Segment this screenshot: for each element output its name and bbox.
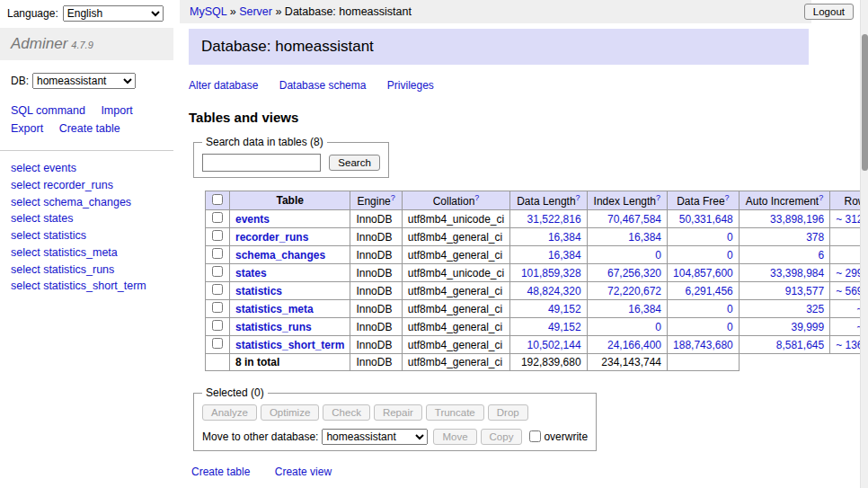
table-name-cell: statistics [230,282,350,300]
engine-cell: InnoDB [350,246,402,264]
scrollbar-thumb[interactable] [862,34,868,171]
data-free-cell: 6,291,456 [668,282,740,300]
app-version: 4.7.9 [71,40,93,50]
column-header-label: Auto Increment [746,195,819,208]
sidebar-op-export[interactable]: Export [11,122,43,135]
column-header-data-length: Data Length? [510,191,587,210]
column-help-link[interactable]: ? [391,193,395,202]
sidebar-link-select-events[interactable]: select events [11,160,163,177]
sidebar-op-import[interactable]: Import [101,104,132,117]
auto-increment-cell: 325 [739,300,829,318]
column-header-label: Engine [357,195,390,208]
row-checkbox-cell [206,264,230,282]
link-create-view[interactable]: Create view [275,466,332,478]
sidebar-op-sql-command[interactable]: SQL command [11,104,85,117]
row-checkbox[interactable] [212,266,223,277]
link-create-table[interactable]: Create table [191,466,250,478]
table-link-statistics-meta[interactable]: statistics_meta [235,303,314,315]
table-link-states[interactable]: states [235,267,267,279]
selected-legend: Selected (0) [202,386,268,399]
footer-data-free-cell [668,354,740,371]
table-link-events[interactable]: events [235,213,270,226]
table-link-statistics-runs[interactable]: statistics_runs [235,321,312,333]
copy-button[interactable]: Copy [481,429,523,445]
logout-button[interactable]: Logout [804,4,854,20]
table-link-schema-changes[interactable]: schema_changes [235,249,325,262]
data-length-cell: 49,152 [510,300,587,318]
sidebar-ops: SQL command Import Export Create table [0,94,173,151]
repair-button[interactable]: Repair [374,404,422,421]
adminer-page: Language:English MySQL » Server » Databa… [0,0,868,488]
collation-cell: utf8mb4_general_ci [402,318,509,336]
column-header-label: Table [276,194,303,207]
action-link-database-schema[interactable]: Database schema [279,79,367,92]
table-link-statistics-short-term[interactable]: statistics_short_term [235,339,344,351]
row-checkbox[interactable] [212,230,223,241]
row-checkbox[interactable] [212,248,223,259]
db-selector-row: DB:homeassistant [0,60,173,94]
sidebar-link-select-statistics[interactable]: select statistics [11,227,163,244]
header-checkbox-cell [206,191,230,210]
sidebar: Adminer4.7.9 DB:homeassistant SQL comman… [0,28,173,304]
row-checkbox-cell [206,246,230,264]
sidebar-op-create-table[interactable]: Create table [59,122,120,135]
optimize-button[interactable]: Optimize [261,404,319,421]
check-button[interactable]: Check [323,404,370,421]
row-checkbox[interactable] [212,338,223,349]
data-free-cell: 188,743,680 [668,336,740,354]
auto-increment-cell: 33,398,984 [739,264,829,282]
row-checkbox[interactable] [212,284,223,295]
data-free-cell: 104,857,600 [668,264,740,282]
engine-cell: InnoDB [350,318,402,336]
engine-cell: InnoDB [350,300,402,318]
table-link-statistics[interactable]: statistics [235,285,282,297]
drop-button[interactable]: Drop [488,404,528,421]
table-name-cell: statistics_runs [230,318,350,336]
app-name[interactable]: Adminer [11,35,67,52]
tables-header-row: TableEngine?Collation?Data Length?Index … [206,191,868,210]
scrollbar[interactable] [860,0,868,488]
data-free-cell: 0 [668,246,740,264]
sidebar-link-select-statistics-meta[interactable]: select statistics_meta [11,244,163,262]
analyze-button[interactable]: Analyze [202,404,257,421]
row-checkbox[interactable] [212,212,223,223]
breadcrumb-link-server[interactable]: Server [239,5,272,18]
auto-increment-cell: 8,581,645 [739,336,829,354]
column-help-link[interactable]: ? [656,193,660,202]
data-length-cell: 16,384 [510,246,587,264]
move-db-select[interactable]: homeassistant [322,429,428,445]
row-checkbox[interactable] [212,302,223,313]
column-help-link[interactable]: ? [819,193,823,202]
index-length-cell: 24,166,400 [587,336,667,354]
breadcrumb-link-mysql[interactable]: MySQL [190,5,226,18]
action-link-privileges[interactable]: Privileges [387,79,434,92]
move-button[interactable]: Move [433,429,476,445]
sidebar-link-select-statistics-runs[interactable]: select statistics_runs [11,262,163,279]
search-input[interactable] [202,154,321,172]
select-all-checkbox[interactable] [212,194,223,205]
overwrite-label: overwrite [544,430,588,443]
language-select[interactable]: English [63,5,164,22]
truncate-button[interactable]: Truncate [426,404,484,421]
table-name-cell: statistics_meta [230,300,350,318]
collation-cell: utf8mb4_general_ci [402,246,509,264]
row-checkbox[interactable] [212,320,223,331]
sidebar-link-select-recorder-runs[interactable]: select recorder_runs [11,177,163,194]
column-help-link[interactable]: ? [474,193,479,202]
column-header-engine: Engine? [350,191,402,210]
sidebar-link-select-statistics-short-term[interactable]: select statistics_short_term [11,278,163,295]
db-select[interactable]: homeassistant [32,73,136,89]
overwrite-option: overwrite [529,430,588,443]
column-help-link[interactable]: ? [725,193,730,202]
table-link-recorder-runs[interactable]: recorder_runs [235,231,308,244]
row-checkbox-cell [206,318,230,336]
search-button[interactable]: Search [329,155,379,171]
overwrite-checkbox[interactable] [529,430,541,442]
row-checkbox-cell [206,228,230,246]
action-link-alter-database[interactable]: Alter database [189,79,258,92]
column-help-link[interactable]: ? [576,193,580,202]
sidebar-link-select-states[interactable]: select states [11,210,163,227]
data-free-cell: 0 [668,318,740,336]
sidebar-link-select-schema-changes[interactable]: select schema_changes [11,194,163,211]
column-header-collation: Collation? [402,191,509,210]
